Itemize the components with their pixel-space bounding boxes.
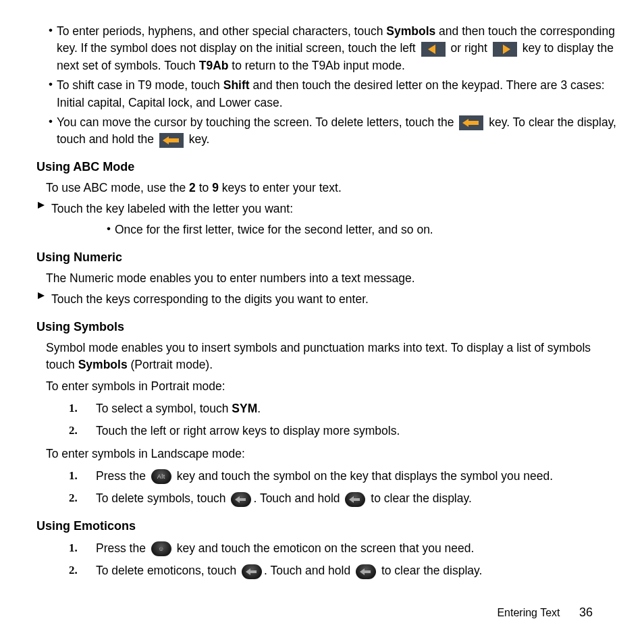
triangle-bullet-icon bbox=[36, 291, 46, 308]
ordered-list-item: 2. To delete emoticons, touch . Touch an… bbox=[69, 562, 618, 579]
backspace-key-icon bbox=[356, 564, 376, 579]
list-number: 1. bbox=[69, 400, 96, 417]
text: key and touch the symbol on the key that… bbox=[173, 469, 553, 483]
heading-abc-mode: Using ABC Mode bbox=[36, 158, 618, 176]
left-arrow-key-icon bbox=[421, 42, 446, 57]
ordered-list-item: 2. To delete symbols, touch . Touch and … bbox=[69, 490, 618, 507]
text: To enter periods, hyphens, and other spe… bbox=[57, 24, 386, 38]
text: To shift case in T9 mode, touch bbox=[57, 78, 223, 92]
text: or right bbox=[448, 41, 491, 55]
body-text: Press the Alt key and touch the symbol o… bbox=[96, 468, 553, 485]
bold-text: 2 bbox=[189, 181, 196, 194]
text: Press the bbox=[96, 541, 149, 555]
right-arrow-key-icon bbox=[493, 42, 517, 57]
footer-page-number: 36 bbox=[579, 606, 593, 619]
text: To delete emoticons, touch bbox=[96, 564, 240, 577]
ordered-list-item: 2. Touch the left or right arrow keys to… bbox=[69, 423, 618, 439]
body-text: Symbol mode enables you to insert symbol… bbox=[46, 340, 618, 374]
list-number: 2. bbox=[69, 562, 96, 579]
page-footer: Entering Text 36 bbox=[497, 603, 593, 621]
bold-text: Symbols bbox=[78, 358, 128, 371]
svg-marker-1 bbox=[38, 292, 45, 299]
list-item: • You can move the cursor by touching th… bbox=[49, 114, 618, 149]
text: To delete symbols, touch bbox=[96, 491, 229, 505]
step-item: Touch the key labeled with the letter yo… bbox=[36, 200, 618, 217]
backspace-key-icon bbox=[159, 133, 184, 148]
footer-section: Entering Text bbox=[497, 607, 560, 618]
bullet-icon: • bbox=[107, 221, 111, 238]
triangle-bullet-icon bbox=[36, 200, 46, 217]
body-text: Touch the keys corresponding to the digi… bbox=[51, 291, 369, 308]
ordered-list-item: 1. Press the ☺ key and touch the emotico… bbox=[69, 540, 618, 557]
bold-text: SYM bbox=[232, 402, 257, 415]
bold-text: Shift bbox=[223, 78, 250, 92]
body-text: To enter periods, hyphens, and other spe… bbox=[57, 23, 618, 74]
backspace-key-icon bbox=[459, 115, 483, 130]
list-number: 1. bbox=[69, 468, 96, 485]
body-text: To enter symbols in Landscape mode: bbox=[46, 446, 618, 462]
text: to return to the T9Ab input mode. bbox=[228, 59, 404, 72]
heading-emoticons: Using Emoticons bbox=[36, 517, 618, 535]
bullet-icon: • bbox=[49, 113, 53, 148]
ordered-list-item: 1. To select a symbol, touch SYM. bbox=[69, 400, 618, 417]
body-text: To enter symbols in Portrait mode: bbox=[46, 378, 618, 395]
text: to clear the display. bbox=[367, 491, 471, 505]
body-text: To delete symbols, touch . Touch and hol… bbox=[96, 490, 472, 507]
ordered-list-item: 1. Press the Alt key and touch the symbo… bbox=[69, 468, 618, 485]
body-text: Once for the first letter, twice for the… bbox=[115, 221, 433, 238]
backspace-key-icon bbox=[345, 492, 365, 507]
heading-numeric: Using Numeric bbox=[36, 248, 618, 266]
body-text: To delete emoticons, touch . Touch and h… bbox=[96, 562, 482, 579]
text: keys to enter your text. bbox=[219, 181, 342, 194]
body-text: To shift case in T9 mode, touch Shift an… bbox=[57, 77, 618, 111]
text: . Touch and hold bbox=[264, 564, 354, 577]
body-text: The Numeric mode enables you to enter nu… bbox=[46, 270, 618, 287]
backspace-key-icon bbox=[242, 564, 262, 579]
text: to clear the display. bbox=[378, 564, 482, 577]
body-text: Touch the left or right arrow keys to di… bbox=[96, 423, 400, 439]
body-text: To use ABC mode, use the 2 to 9 keys to … bbox=[46, 180, 618, 196]
text: key and touch the emoticon on the screen… bbox=[173, 541, 475, 555]
step-item: Touch the keys corresponding to the digi… bbox=[36, 291, 618, 308]
emoticon-key-icon: ☺ bbox=[151, 541, 171, 556]
text: (Portrait mode). bbox=[128, 358, 213, 371]
body-text: Touch the key labeled with the letter yo… bbox=[51, 200, 293, 217]
list-number: 2. bbox=[69, 423, 96, 439]
text: To use ABC mode, use the bbox=[46, 181, 189, 194]
backspace-key-icon bbox=[231, 492, 251, 507]
list-item: • To enter periods, hyphens, and other s… bbox=[49, 23, 618, 74]
text: . Touch and hold bbox=[253, 491, 343, 505]
text: Press the bbox=[96, 469, 149, 483]
bullet-icon: • bbox=[49, 22, 53, 74]
body-text: You can move the cursor by touching the … bbox=[57, 114, 618, 149]
text: key. bbox=[186, 132, 210, 146]
bullet-icon: • bbox=[49, 76, 53, 111]
bold-text: 9 bbox=[212, 181, 219, 194]
text: . bbox=[257, 402, 261, 415]
text: to bbox=[196, 181, 212, 194]
text: You can move the cursor by touching the … bbox=[57, 115, 457, 129]
alt-key-icon: Alt bbox=[151, 469, 171, 484]
body-text: To select a symbol, touch SYM. bbox=[96, 400, 261, 417]
bold-text: T9Ab bbox=[199, 59, 229, 72]
text: To select a symbol, touch bbox=[96, 402, 232, 415]
list-item: • To shift case in T9 mode, touch Shift … bbox=[49, 77, 618, 111]
svg-marker-0 bbox=[38, 202, 45, 209]
list-number: 1. bbox=[69, 540, 96, 557]
heading-symbols: Using Symbols bbox=[36, 318, 618, 336]
list-item: • Once for the first letter, twice for t… bbox=[107, 221, 618, 238]
body-text: Press the ☺ key and touch the emoticon o… bbox=[96, 540, 474, 557]
bold-text: Symbols bbox=[386, 24, 435, 38]
list-number: 2. bbox=[69, 490, 96, 507]
